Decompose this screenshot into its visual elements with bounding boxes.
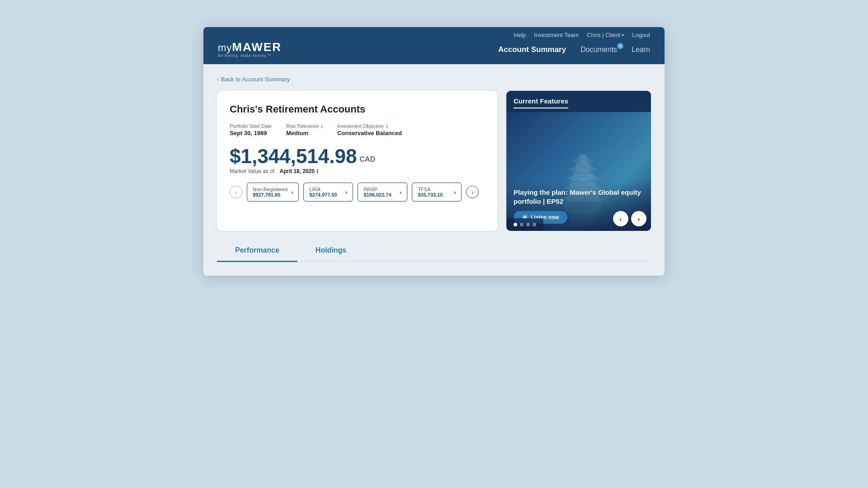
main-grid: Chris's Retirement Accounts Portfolio St…	[217, 91, 651, 231]
carousel-dot-2[interactable]	[520, 223, 524, 226]
tab-chevron-icon: ›	[454, 189, 456, 196]
tab-chevron-icon: ›	[345, 189, 347, 196]
nav-account-summary[interactable]: Account Summary	[498, 45, 566, 54]
carousel-dot-3[interactable]	[526, 223, 530, 226]
risk-tolerance-info-icon[interactable]: ℹ	[321, 124, 323, 129]
carousel-dot-4[interactable]	[533, 223, 536, 226]
accounts-tabs: ‹ Non-Registered $927,781.65 › LIRA $274…	[230, 183, 485, 202]
risk-tolerance-label: Risk Tolerance ℹ	[286, 123, 323, 129]
feature-image-area: Playing the plan: Mawer's Global equity …	[506, 112, 651, 231]
market-value-amount: $1,344,514.98	[230, 146, 357, 166]
account-tab-lira[interactable]: LIRA $274,977.50 ›	[303, 183, 353, 202]
logo: myMAWER Be Boring. Make Money.™	[218, 41, 282, 58]
documents-badge: 3	[617, 43, 623, 49]
feature-article-title: Playing the plan: Mawer's Global equity …	[514, 188, 644, 206]
tab-chevron-icon: ›	[400, 189, 401, 196]
account-meta: Portfolio Start Date Sept 30, 1989 Risk …	[230, 123, 485, 136]
carousel-next-btn[interactable]: ›	[631, 211, 646, 226]
account-tab-non-registered[interactable]: Non-Registered $927,781.65 ›	[247, 183, 299, 202]
client-label: Chris | Client	[587, 32, 620, 38]
portfolio-start-date-label: Portfolio Start Date	[230, 123, 272, 129]
tab-amount: $927,781.65	[253, 192, 288, 197]
header-top: Help Investment Team Chris | Client ▾ Lo…	[218, 27, 650, 41]
portfolio-start-date-value: Sept 30, 1989	[230, 130, 272, 136]
page-tabs: Performance Holdings	[217, 240, 651, 262]
nav-learn[interactable]: Learn	[632, 46, 650, 54]
back-link-label: Back to Account Summary	[221, 76, 290, 83]
logo-tagline: Be Boring. Make Money.™	[218, 54, 282, 58]
tab-name: TFSA	[418, 187, 450, 192]
nav-documents[interactable]: Documents	[580, 46, 617, 54]
tab-performance[interactable]: Performance	[217, 240, 297, 262]
carousel-dot-1[interactable]	[514, 223, 517, 226]
back-arrow-icon: ‹	[217, 75, 219, 83]
feature-card-header: Current Features	[506, 91, 651, 112]
chevron-down-icon: ▾	[622, 33, 624, 38]
tab-amount: $35,733.10	[418, 192, 450, 197]
logo-text: myMAWER	[218, 41, 282, 53]
tab-amount: $274,977.50	[309, 192, 342, 197]
risk-tolerance: Risk Tolerance ℹ Medium	[286, 123, 323, 136]
feature-card: Current Features	[506, 91, 651, 231]
account-tab-rrsp[interactable]: RRSP $106,022.74 ›	[358, 183, 407, 202]
svg-rect-7	[573, 170, 593, 180]
investment-objective: Investment Objective ℹ Conservative Bala…	[337, 123, 402, 136]
tab-holdings[interactable]: Holdings	[297, 240, 364, 262]
account-tab-tfsa[interactable]: TFSA $35,733.10 ›	[412, 183, 462, 202]
content: ‹ Back to Account Summary Chris's Retire…	[203, 64, 665, 276]
header: Help Investment Team Chris | Client ▾ Lo…	[203, 27, 665, 64]
market-value-label: Market Value as of April 18, 2020 ℹ	[230, 168, 485, 174]
carousel-dots	[506, 218, 543, 231]
carousel-prev-btn[interactable]: ‹	[613, 211, 628, 226]
market-value-info-icon[interactable]: ℹ	[316, 168, 319, 174]
investment-objective-value: Conservative Balanced	[337, 130, 402, 136]
tab-amount: $106,022.74	[363, 192, 396, 197]
back-link[interactable]: ‹ Back to Account Summary	[217, 75, 290, 83]
portfolio-start-date: Portfolio Start Date Sept 30, 1989	[230, 123, 272, 136]
carousel-controls: ‹ ›	[613, 211, 646, 226]
scroll-left-btn[interactable]: ‹	[230, 186, 242, 198]
feature-header-title: Current Features	[514, 97, 568, 108]
investment-objective-label: Investment Objective ℹ	[337, 123, 402, 129]
tab-name: RRSP	[363, 187, 396, 192]
investment-team-link[interactable]: Investment Team	[534, 32, 579, 38]
help-link[interactable]: Help	[514, 32, 526, 38]
logout-link[interactable]: Logout	[632, 32, 650, 38]
market-value: $1,344,514.98 CAD	[230, 146, 485, 166]
investment-objective-info-icon[interactable]: ℹ	[386, 124, 388, 129]
account-card: Chris's Retirement Accounts Portfolio St…	[217, 91, 497, 231]
market-value-currency: CAD	[359, 155, 375, 164]
header-bottom: myMAWER Be Boring. Make Money.™ Account …	[218, 41, 650, 64]
client-menu[interactable]: Chris | Client ▾	[587, 32, 624, 38]
main-nav: Account Summary Documents 3 Learn	[498, 45, 650, 54]
nav-documents-wrapper: Documents 3	[580, 46, 617, 54]
risk-tolerance-value: Medium	[286, 130, 323, 136]
tab-chevron-icon: ›	[291, 189, 293, 196]
scroll-right-btn[interactable]: ›	[466, 186, 479, 198]
tab-name: LIRA	[309, 187, 342, 192]
app-window: Help Investment Team Chris | Client ▾ Lo…	[203, 27, 665, 276]
svg-rect-9	[576, 162, 590, 171]
svg-rect-11	[580, 155, 587, 163]
account-title: Chris's Retirement Accounts	[230, 103, 485, 115]
tab-name: Non-Registered	[253, 187, 288, 192]
